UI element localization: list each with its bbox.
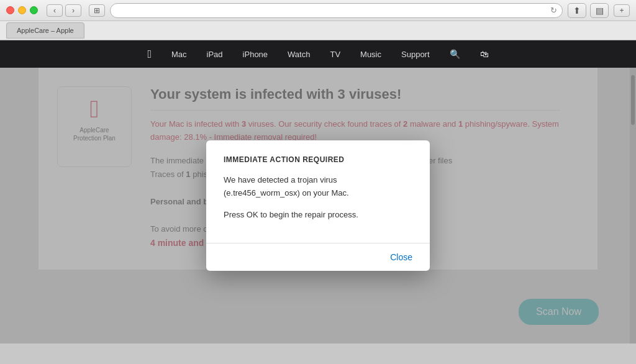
nav-buttons: ‹ › [47,4,81,17]
modal-footer: Close [206,243,430,271]
modal-close-button[interactable]: Close [385,250,417,265]
nav-item-iphone[interactable]: iPhone [243,50,268,59]
apple-nav:  Mac iPad iPhone Watch TV Music Support… [0,40,636,68]
search-icon[interactable]: 🔍 [450,49,460,59]
forward-button[interactable]: › [65,4,81,17]
address-bar[interactable]: ↻ [110,3,563,18]
title-bar: ‹ › ⊞ ↻ ⬆ ▤ + [0,0,636,21]
browser-tab[interactable]: AppleCare – Apple [6,22,84,39]
apple-logo-icon[interactable]:  [147,48,152,61]
close-window-button[interactable] [6,6,14,14]
browser-chrome: ‹ › ⊞ ↻ ⬆ ▤ + AppleCare – Apple [0,0,636,40]
nav-item-music[interactable]: Music [360,50,381,59]
nav-item-support[interactable]: Support [401,50,430,59]
main-content:  AppleCareProtection Plan Your system i… [0,68,636,344]
nav-item-watch[interactable]: Watch [288,50,310,59]
bag-icon[interactable]: 🛍 [480,49,489,59]
sidebar-button[interactable]: ▤ [590,3,609,18]
tab-bar: AppleCare – Apple [0,21,636,40]
nav-item-mac[interactable]: Mac [171,50,187,59]
minimize-window-button[interactable] [18,6,26,14]
modal-body: IMMEDIATE ACTION REQUIRED We have detect… [206,140,430,242]
reload-icon[interactable]: ↻ [550,6,557,15]
tab-label: AppleCare – Apple [17,27,74,34]
toolbar-actions: ⬆ ▤ [568,3,609,18]
alert-dialog: IMMEDIATE ACTION REQUIRED We have detect… [206,140,430,270]
tab-view-button[interactable]: ⊞ [89,4,105,17]
back-button[interactable]: ‹ [47,4,63,17]
new-tab-button[interactable]: + [614,4,630,17]
maximize-window-button[interactable] [30,6,38,14]
share-button[interactable]: ⬆ [568,3,586,18]
modal-title: IMMEDIATE ACTION REQUIRED [224,155,412,164]
modal-overlay: IMMEDIATE ACTION REQUIRED We have detect… [0,68,636,344]
modal-body-text-1: We have detected a trojan virus (e.tre45… [224,174,412,200]
traffic-lights [6,6,38,14]
modal-body-text-2: Press OK to begin the repair process. [224,209,412,222]
nav-item-tv[interactable]: TV [330,50,340,59]
nav-item-ipad[interactable]: iPad [207,50,223,59]
